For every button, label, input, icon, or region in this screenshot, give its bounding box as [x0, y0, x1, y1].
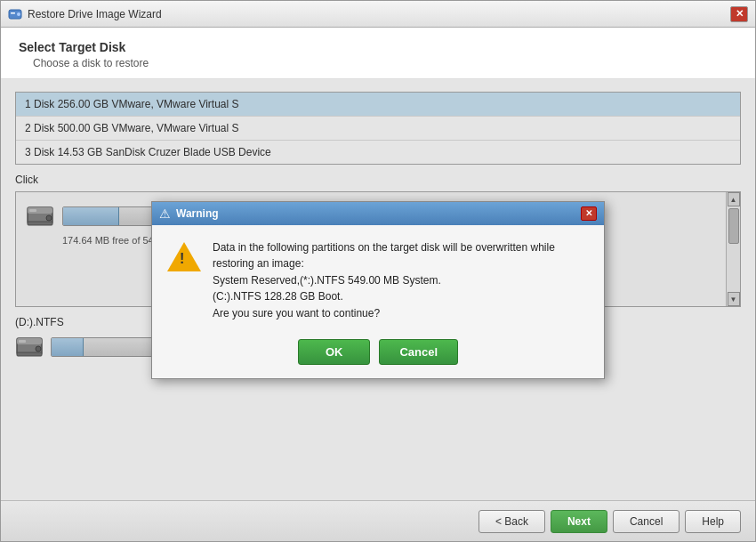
dialog-message-line-3: System Reserved,(*:).NTFS 549.00 MB Syst…: [213, 274, 441, 287]
dialog-overlay: ⚠ Warning ✕ Data in the following partit…: [1, 79, 755, 500]
title-text: Restore Drive Image Wizard: [28, 8, 162, 20]
dialog-message-line-2: restoring an image:: [213, 257, 304, 270]
dialog-ok-button[interactable]: OK: [298, 339, 371, 365]
wizard-header-title: Select Target Disk: [19, 40, 737, 54]
dialog-message: Data in the following partitions on the …: [213, 239, 555, 322]
dialog-close-button[interactable]: ✕: [581, 206, 597, 221]
next-button[interactable]: Next: [551, 510, 607, 533]
dialog-message-line-4: (C:).NTFS 128.28 GB Boot.: [213, 290, 343, 303]
dialog-cancel-button[interactable]: Cancel: [379, 339, 458, 365]
dialog-title-left: ⚠ Warning: [159, 206, 219, 221]
cancel-button[interactable]: Cancel: [613, 510, 680, 533]
svg-point-1: [17, 12, 20, 16]
window-close-button[interactable]: ✕: [730, 6, 748, 22]
warning-triangle-icon: [167, 242, 201, 271]
wizard-content: 1 Disk 256.00 GB VMware, VMware Virtual …: [1, 79, 755, 500]
dialog-message-line-1: Data in the following partitions on the …: [213, 241, 555, 254]
dialog-warning-icon: ⚠: [159, 206, 171, 221]
title-bar: Restore Drive Image Wizard ✕: [1, 1, 755, 28]
dialog-buttons: OK Cancel: [152, 332, 604, 377]
help-button[interactable]: Help: [685, 510, 741, 533]
wizard-window: Restore Drive Image Wizard ✕ Select Targ…: [0, 0, 756, 542]
dialog-message-line-5: Are you sure you want to continue?: [213, 307, 380, 320]
dialog-body: Data in the following partitions on the …: [152, 225, 604, 333]
warning-dialog: ⚠ Warning ✕ Data in the following partit…: [151, 201, 605, 379]
dialog-title-text: Warning: [176, 207, 219, 220]
warning-icon-wrap: [166, 239, 202, 275]
wizard-title-icon: [8, 7, 22, 21]
svg-rect-2: [11, 12, 15, 14]
wizard-header-subtitle: Choose a disk to restore: [19, 57, 737, 69]
dialog-title-bar: ⚠ Warning ✕: [152, 202, 604, 225]
back-button[interactable]: < Back: [479, 510, 545, 533]
wizard-header: Select Target Disk Choose a disk to rest…: [1, 28, 755, 79]
wizard-footer: < Back Next Cancel Help: [1, 500, 755, 541]
title-bar-left: Restore Drive Image Wizard: [8, 7, 162, 21]
